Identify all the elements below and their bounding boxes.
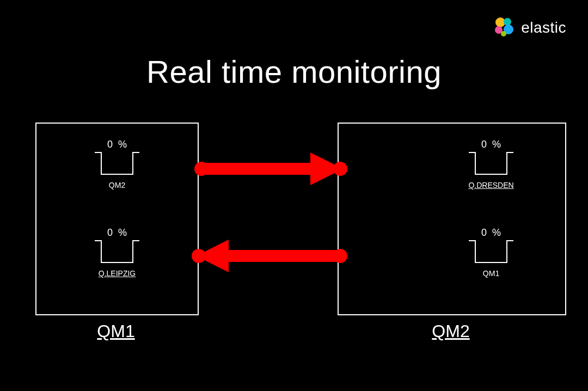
qm2-cell-1-unit: % [492,227,501,238]
arrow-qm1-to-qm2 [191,150,348,190]
qm1-cell-0-reading: 0% [79,139,155,150]
qm2-cell-0-unit: % [492,139,501,150]
slide-title: Real time monitoring [0,53,588,90]
brand-name: elastic [521,19,566,36]
svg-point-8 [333,162,347,176]
arrow-qm2-to-qm1 [191,237,348,277]
brand-logo: elastic [493,15,566,40]
qm1-cell-1-value: 0 [107,227,113,238]
svg-rect-6 [201,163,316,175]
qm1-box: 0% QM2 0% Q.LEIPZIG [35,123,199,315]
qm1-cell-1-reading: 0% [79,227,155,239]
qm1-caption: QM1 [35,321,197,341]
qm1-cell-0: 0% QM2 [79,139,155,190]
svg-point-12 [192,249,206,263]
qm1-cell-0-value: 0 [107,139,113,150]
qm1-cell-0-label: QM2 [109,181,125,190]
qm2-cell-0: 0% Q.DRESDEN [453,139,529,190]
svg-rect-10 [223,250,340,262]
qm1-cell-1: 0% Q.LEIPZIG [79,227,155,278]
qm1-cell-1-unit: % [118,227,127,238]
slide-root: elastic Real time monitoring 0% QM2 0% Q… [0,0,588,391]
qm2-cell-1: 0% QM1 [453,227,529,278]
qm2-cell-0-reading: 0% [453,139,529,150]
qm2-cell-1-reading: 0% [453,227,529,239]
qm1-cell-1-label: Q.LEIPZIG [99,269,136,278]
qm2-cell-0-label: Q.DRESDEN [468,181,513,190]
bucket-icon [94,151,140,175]
qm2-box: 0% Q.DRESDEN 0% QM1 [338,123,566,315]
svg-point-1 [504,18,511,26]
qm1-cell-0-unit: % [118,139,127,150]
elastic-cluster-icon [493,15,516,40]
qm2-cell-1-label: QM1 [483,269,499,278]
svg-point-4 [501,31,506,36]
bucket-icon [94,240,140,264]
bucket-icon [468,151,514,175]
bucket-icon [468,240,514,264]
qm2-cell-0-value: 0 [481,139,487,150]
qm2-cell-1-value: 0 [481,227,487,238]
qm2-caption: QM2 [338,321,564,341]
